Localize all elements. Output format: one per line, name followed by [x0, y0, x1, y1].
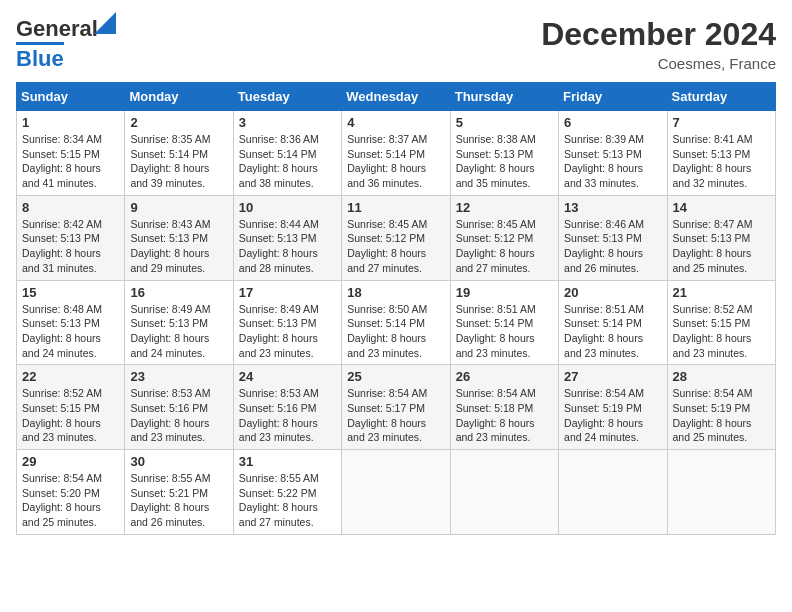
- day-details: Sunrise: 8:45 AMSunset: 5:12 PMDaylight:…: [347, 218, 427, 274]
- day-number: 26: [456, 369, 553, 384]
- calendar-cell: 21 Sunrise: 8:52 AMSunset: 5:15 PMDaylig…: [667, 280, 775, 365]
- day-number: 1: [22, 115, 119, 130]
- day-details: Sunrise: 8:55 AMSunset: 5:22 PMDaylight:…: [239, 472, 319, 528]
- day-details: Sunrise: 8:49 AMSunset: 5:13 PMDaylight:…: [130, 303, 210, 359]
- day-number: 5: [456, 115, 553, 130]
- calendar-cell: 20 Sunrise: 8:51 AMSunset: 5:14 PMDaylig…: [559, 280, 667, 365]
- day-details: Sunrise: 8:43 AMSunset: 5:13 PMDaylight:…: [130, 218, 210, 274]
- day-number: 28: [673, 369, 770, 384]
- day-details: Sunrise: 8:51 AMSunset: 5:14 PMDaylight:…: [456, 303, 536, 359]
- calendar-cell: 6 Sunrise: 8:39 AMSunset: 5:13 PMDayligh…: [559, 111, 667, 196]
- calendar-cell: 10 Sunrise: 8:44 AMSunset: 5:13 PMDaylig…: [233, 195, 341, 280]
- day-number: 9: [130, 200, 227, 215]
- calendar-header-row: SundayMondayTuesdayWednesdayThursdayFrid…: [17, 83, 776, 111]
- calendar-header-monday: Monday: [125, 83, 233, 111]
- day-details: Sunrise: 8:54 AMSunset: 5:19 PMDaylight:…: [673, 387, 753, 443]
- month-year-title: December 2024: [541, 16, 776, 53]
- calendar-cell: 7 Sunrise: 8:41 AMSunset: 5:13 PMDayligh…: [667, 111, 775, 196]
- day-number: 13: [564, 200, 661, 215]
- calendar-week-1: 1 Sunrise: 8:34 AMSunset: 5:15 PMDayligh…: [17, 111, 776, 196]
- day-details: Sunrise: 8:42 AMSunset: 5:13 PMDaylight:…: [22, 218, 102, 274]
- calendar-header-friday: Friday: [559, 83, 667, 111]
- day-number: 10: [239, 200, 336, 215]
- day-number: 4: [347, 115, 444, 130]
- calendar-cell: 2 Sunrise: 8:35 AMSunset: 5:14 PMDayligh…: [125, 111, 233, 196]
- calendar-cell: 14 Sunrise: 8:47 AMSunset: 5:13 PMDaylig…: [667, 195, 775, 280]
- calendar-cell: 11 Sunrise: 8:45 AMSunset: 5:12 PMDaylig…: [342, 195, 450, 280]
- day-number: 31: [239, 454, 336, 469]
- day-number: 30: [130, 454, 227, 469]
- calendar-cell: 22 Sunrise: 8:52 AMSunset: 5:15 PMDaylig…: [17, 365, 125, 450]
- day-number: 3: [239, 115, 336, 130]
- day-details: Sunrise: 8:35 AMSunset: 5:14 PMDaylight:…: [130, 133, 210, 189]
- calendar-cell: 3 Sunrise: 8:36 AMSunset: 5:14 PMDayligh…: [233, 111, 341, 196]
- day-number: 24: [239, 369, 336, 384]
- day-details: Sunrise: 8:45 AMSunset: 5:12 PMDaylight:…: [456, 218, 536, 274]
- calendar-cell: 15 Sunrise: 8:48 AMSunset: 5:13 PMDaylig…: [17, 280, 125, 365]
- day-details: Sunrise: 8:37 AMSunset: 5:14 PMDaylight:…: [347, 133, 427, 189]
- calendar-cell: 23 Sunrise: 8:53 AMSunset: 5:16 PMDaylig…: [125, 365, 233, 450]
- calendar-cell: 9 Sunrise: 8:43 AMSunset: 5:13 PMDayligh…: [125, 195, 233, 280]
- day-number: 27: [564, 369, 661, 384]
- day-number: 25: [347, 369, 444, 384]
- calendar-cell: 12 Sunrise: 8:45 AMSunset: 5:12 PMDaylig…: [450, 195, 558, 280]
- calendar-cell: [342, 450, 450, 535]
- day-number: 22: [22, 369, 119, 384]
- day-number: 14: [673, 200, 770, 215]
- day-number: 16: [130, 285, 227, 300]
- day-details: Sunrise: 8:50 AMSunset: 5:14 PMDaylight:…: [347, 303, 427, 359]
- day-number: 19: [456, 285, 553, 300]
- day-number: 20: [564, 285, 661, 300]
- calendar-cell: 13 Sunrise: 8:46 AMSunset: 5:13 PMDaylig…: [559, 195, 667, 280]
- calendar-cell: 29 Sunrise: 8:54 AMSunset: 5:20 PMDaylig…: [17, 450, 125, 535]
- calendar-table: SundayMondayTuesdayWednesdayThursdayFrid…: [16, 82, 776, 535]
- day-details: Sunrise: 8:49 AMSunset: 5:13 PMDaylight:…: [239, 303, 319, 359]
- calendar-cell: 26 Sunrise: 8:54 AMSunset: 5:18 PMDaylig…: [450, 365, 558, 450]
- day-number: 11: [347, 200, 444, 215]
- calendar-cell: 18 Sunrise: 8:50 AMSunset: 5:14 PMDaylig…: [342, 280, 450, 365]
- day-details: Sunrise: 8:54 AMSunset: 5:18 PMDaylight:…: [456, 387, 536, 443]
- day-details: Sunrise: 8:53 AMSunset: 5:16 PMDaylight:…: [130, 387, 210, 443]
- calendar-week-4: 22 Sunrise: 8:52 AMSunset: 5:15 PMDaylig…: [17, 365, 776, 450]
- calendar-cell: 24 Sunrise: 8:53 AMSunset: 5:16 PMDaylig…: [233, 365, 341, 450]
- calendar-cell: 16 Sunrise: 8:49 AMSunset: 5:13 PMDaylig…: [125, 280, 233, 365]
- day-number: 15: [22, 285, 119, 300]
- day-details: Sunrise: 8:54 AMSunset: 5:20 PMDaylight:…: [22, 472, 102, 528]
- day-details: Sunrise: 8:55 AMSunset: 5:21 PMDaylight:…: [130, 472, 210, 528]
- calendar-header-sunday: Sunday: [17, 83, 125, 111]
- logo: General Blue: [16, 16, 98, 72]
- day-details: Sunrise: 8:39 AMSunset: 5:13 PMDaylight:…: [564, 133, 644, 189]
- logo-blue: Blue: [16, 42, 64, 72]
- day-number: 6: [564, 115, 661, 130]
- calendar-cell: 19 Sunrise: 8:51 AMSunset: 5:14 PMDaylig…: [450, 280, 558, 365]
- calendar-header-wednesday: Wednesday: [342, 83, 450, 111]
- day-number: 12: [456, 200, 553, 215]
- logo-icon: [94, 12, 116, 34]
- day-details: Sunrise: 8:38 AMSunset: 5:13 PMDaylight:…: [456, 133, 536, 189]
- location-subtitle: Coesmes, France: [541, 55, 776, 72]
- calendar-cell: 1 Sunrise: 8:34 AMSunset: 5:15 PMDayligh…: [17, 111, 125, 196]
- calendar-week-3: 15 Sunrise: 8:48 AMSunset: 5:13 PMDaylig…: [17, 280, 776, 365]
- day-number: 8: [22, 200, 119, 215]
- day-number: 21: [673, 285, 770, 300]
- title-area: December 2024 Coesmes, France: [541, 16, 776, 72]
- calendar-header-saturday: Saturday: [667, 83, 775, 111]
- calendar-cell: 25 Sunrise: 8:54 AMSunset: 5:17 PMDaylig…: [342, 365, 450, 450]
- logo-general: General: [16, 16, 98, 41]
- page-header: General Blue December 2024 Coesmes, Fran…: [16, 16, 776, 72]
- calendar-cell: 5 Sunrise: 8:38 AMSunset: 5:13 PMDayligh…: [450, 111, 558, 196]
- day-number: 29: [22, 454, 119, 469]
- day-details: Sunrise: 8:52 AMSunset: 5:15 PMDaylight:…: [22, 387, 102, 443]
- calendar-cell: [450, 450, 558, 535]
- calendar-cell: 17 Sunrise: 8:49 AMSunset: 5:13 PMDaylig…: [233, 280, 341, 365]
- calendar-week-5: 29 Sunrise: 8:54 AMSunset: 5:20 PMDaylig…: [17, 450, 776, 535]
- day-details: Sunrise: 8:52 AMSunset: 5:15 PMDaylight:…: [673, 303, 753, 359]
- day-number: 23: [130, 369, 227, 384]
- calendar-cell: [559, 450, 667, 535]
- day-details: Sunrise: 8:54 AMSunset: 5:19 PMDaylight:…: [564, 387, 644, 443]
- calendar-cell: 31 Sunrise: 8:55 AMSunset: 5:22 PMDaylig…: [233, 450, 341, 535]
- calendar-cell: 28 Sunrise: 8:54 AMSunset: 5:19 PMDaylig…: [667, 365, 775, 450]
- calendar-cell: 8 Sunrise: 8:42 AMSunset: 5:13 PMDayligh…: [17, 195, 125, 280]
- day-details: Sunrise: 8:54 AMSunset: 5:17 PMDaylight:…: [347, 387, 427, 443]
- day-details: Sunrise: 8:44 AMSunset: 5:13 PMDaylight:…: [239, 218, 319, 274]
